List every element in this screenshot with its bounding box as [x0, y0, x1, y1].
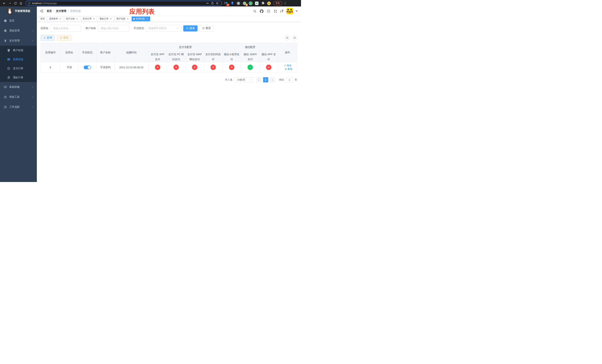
table-grid-icon	[7, 58, 10, 61]
help-button[interactable]: ?	[266, 9, 270, 13]
app-name-input[interactable]	[50, 25, 81, 32]
sidebar-item-merchant-info[interactable]: 商户信息	[0, 46, 37, 55]
extension-recorder-icon[interactable]: 1	[243, 1, 247, 5]
avatar-dropdown-caret[interactable]	[296, 11, 298, 12]
refresh-table-button[interactable]	[292, 35, 297, 41]
extensions-puzzle-button[interactable]	[261, 1, 265, 5]
extension-notion-icon[interactable]: 10	[224, 1, 228, 5]
plus-icon	[43, 36, 46, 39]
export-button[interactable]: 导出	[57, 35, 71, 41]
bookmark-star-button[interactable]	[215, 1, 220, 6]
tag-label: 用户分组	[66, 17, 75, 20]
sidebar-item-label: 首页	[9, 19, 34, 22]
cell-status	[78, 62, 97, 73]
font-size-button[interactable]: TT	[280, 9, 284, 13]
cell-alipay-wap: ✕	[185, 62, 204, 73]
merchant-name-label: 商户名称	[86, 27, 96, 30]
briefcase-icon	[4, 105, 7, 109]
status-fail-icon: ✕	[210, 65, 216, 70]
tag-label: 商户信息	[117, 17, 125, 20]
browser-reload-button[interactable]	[13, 0, 18, 6]
extension-emoji-icon[interactable]	[267, 1, 271, 5]
close-icon[interactable]: ×	[59, 18, 62, 20]
sidebar-item-dev-tools[interactable]: 研发工具	[0, 92, 37, 102]
goto-page-input[interactable]	[285, 77, 293, 82]
close-icon[interactable]: ×	[146, 18, 149, 20]
sidebar-item-infrastructure[interactable]: 基础设施	[0, 82, 37, 92]
sidebar-item-pay-order[interactable]: ¥ 支付订单	[0, 64, 37, 73]
delete-link[interactable]: 删除	[285, 67, 292, 71]
browser-forward-button[interactable]	[7, 0, 13, 6]
status-fail-icon: ✕	[155, 65, 160, 70]
close-icon[interactable]: ×	[110, 18, 112, 20]
edit-link[interactable]: 修改	[284, 64, 291, 67]
user-avatar[interactable]	[286, 8, 293, 14]
breadcrumb-home[interactable]: 首页	[47, 10, 52, 13]
password-key-button[interactable]	[205, 1, 210, 6]
delete-link-label: 删除	[288, 67, 292, 71]
sidebar-item-refund-order[interactable]: 退款订单	[0, 73, 37, 82]
tag-refund-order[interactable]: 退款订单×	[98, 16, 114, 21]
site-info-icon[interactable]	[28, 2, 31, 5]
extension-command-icon[interactable]: ⌘	[236, 1, 240, 5]
sidebar-item-label: 应用信息	[13, 58, 34, 61]
tag-user-group[interactable]: 用户分组×	[64, 16, 80, 21]
sidebar-item-label: 系统管理	[9, 29, 32, 32]
extension-chat-icon[interactable]	[255, 1, 259, 5]
tag-merchant-info[interactable]: 商户信息×	[115, 16, 131, 21]
add-button[interactable]: 新增	[41, 35, 55, 41]
tag-home[interactable]: 首页	[39, 16, 46, 21]
tags-view-bar: 首页 流程表单× 用户分组× 支付订单× 退款订单× 商户信息× 应用信息×	[37, 16, 301, 22]
header-search-button[interactable]	[253, 9, 257, 13]
merchant-name-input[interactable]	[98, 25, 129, 32]
tag-app-info[interactable]: 应用信息×	[132, 16, 150, 21]
extension-y-icon[interactable]: y	[249, 1, 253, 5]
chevron-down-icon	[249, 79, 252, 81]
url-path: :1024/pay/app	[42, 2, 57, 5]
url-bar[interactable]: localhost:1024/pay/app	[26, 1, 222, 6]
page-content: 应用名 商户名称 开启状态 请选择开启状态 搜索 重置	[37, 22, 301, 182]
col-create-time: 创建时间	[114, 43, 149, 62]
github-button[interactable]	[259, 9, 264, 13]
share-button[interactable]	[210, 1, 215, 6]
next-page-button[interactable]: ›	[270, 77, 275, 82]
sidebar-item-app-info[interactable]: 应用信息	[0, 55, 37, 64]
browser-home-button[interactable]	[18, 0, 24, 6]
chevron-down-icon	[32, 30, 34, 32]
tag-process-form[interactable]: 流程表单×	[47, 16, 63, 21]
close-icon[interactable]: ×	[93, 18, 95, 20]
chevron-down-icon	[32, 96, 34, 98]
prev-page-button[interactable]: ‹	[256, 77, 261, 82]
status-select[interactable]: 请选择开启状态	[146, 25, 181, 32]
sidebar-item-home[interactable]: 首页	[0, 16, 37, 26]
page-1-button[interactable]: 1	[263, 77, 268, 82]
fullscreen-button[interactable]	[273, 9, 277, 13]
tag-pay-order[interactable]: 支付订单×	[81, 16, 97, 21]
breadcrumb-payment[interactable]: 支付管理	[56, 10, 66, 13]
toggle-search-button[interactable]	[284, 35, 290, 41]
status-toggle[interactable]	[84, 65, 91, 69]
sidebar-item-payment[interactable]: ¥ 支付管理	[0, 36, 37, 46]
search-icon	[286, 36, 289, 39]
sidebar-logo[interactable]: 芋道管理系统	[0, 7, 37, 16]
search-button[interactable]: 搜索	[183, 25, 197, 32]
cell-app-name: 芋道	[60, 62, 78, 73]
reset-button[interactable]: 重置	[199, 25, 214, 32]
browser-menu-button[interactable]	[284, 1, 287, 5]
sidebar-fold-icon[interactable]	[40, 9, 44, 13]
sidebar-item-label: 商户信息	[13, 49, 34, 52]
sidebar-item-system[interactable]: 系统管理	[0, 26, 37, 36]
browser-back-button[interactable]	[1, 0, 7, 6]
close-icon[interactable]: ×	[76, 18, 78, 20]
browser-update-button[interactable]: 更新	[273, 1, 282, 5]
sidebar-item-workflow[interactable]: 工作流程	[0, 102, 37, 112]
download-icon	[60, 36, 62, 39]
table-toolbar: 新增 导出	[41, 35, 297, 41]
page-size-select[interactable]: 10条/页	[235, 77, 253, 82]
edit-pen-icon	[284, 64, 286, 67]
close-icon[interactable]: ×	[127, 18, 129, 20]
extension-kite-icon[interactable]	[230, 1, 234, 5]
chevron-down-icon	[32, 86, 34, 88]
sidebar-item-label: 工作流程	[9, 105, 32, 109]
status-label: 开启状态	[134, 27, 144, 30]
